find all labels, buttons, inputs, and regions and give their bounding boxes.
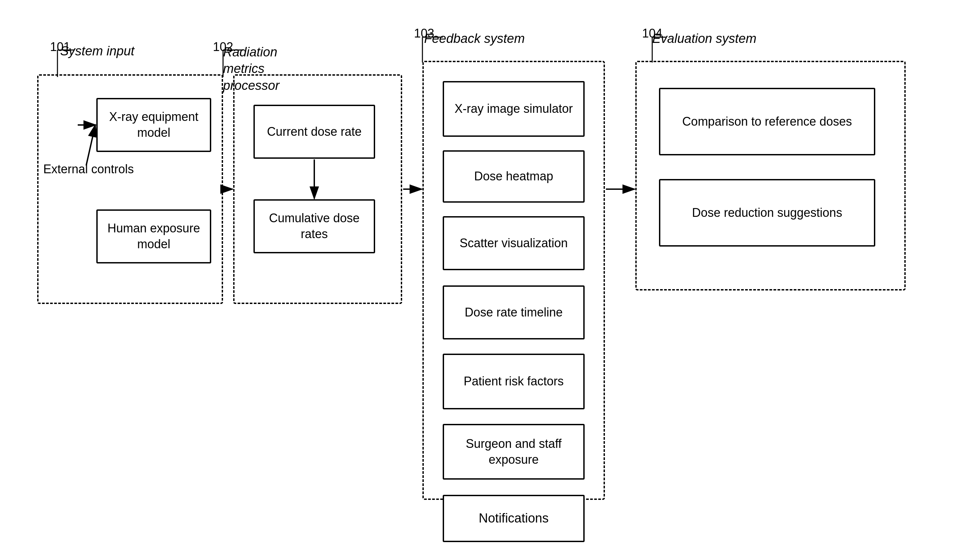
- title-feedback-system: Feedback system: [424, 31, 525, 46]
- dose-reduction-box: Dose reduction suggestions: [659, 179, 875, 247]
- comparison-ref-box: Comparison to reference doses: [659, 88, 875, 156]
- cumulative-dose-box: Cumulative dose rates: [254, 199, 375, 253]
- xray-equipment-box: X-ray equipment model: [96, 98, 211, 152]
- surgeon-staff-box: Surgeon and staff exposure: [443, 424, 585, 480]
- scatter-viz-box: Scatter visualization: [443, 216, 585, 270]
- current-dose-rate-box: Current dose rate: [254, 105, 375, 159]
- title-system-input: System input: [60, 44, 134, 58]
- title-evaluation-system: Evaluation system: [652, 31, 756, 46]
- notifications-box: Notifications: [443, 495, 585, 542]
- external-controls-label: External controls: [43, 162, 134, 176]
- patient-risk-box: Patient risk factors: [443, 354, 585, 409]
- dose-heatmap-box: Dose heatmap: [443, 150, 585, 203]
- human-exposure-box: Human exposure model: [96, 209, 211, 263]
- diagram-container: 101 102 103 104 System input Radiation m…: [0, 0, 954, 560]
- xray-image-sim-box: X-ray image simulator: [443, 81, 585, 137]
- dose-rate-timeline-box: Dose rate timeline: [443, 285, 585, 339]
